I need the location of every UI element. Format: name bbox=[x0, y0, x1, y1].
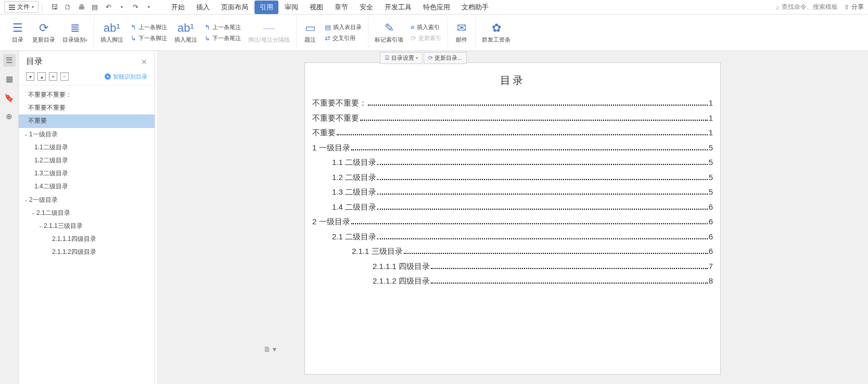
toc-entry-page: 5 bbox=[709, 140, 713, 156]
undo-icon[interactable]: ↶ bbox=[104, 3, 113, 12]
outline-item[interactable]: 2.1.1.1四级目录 bbox=[19, 233, 155, 246]
toc-entry[interactable]: 2.1.1.1 四级目录7 bbox=[310, 259, 715, 274]
tab-4[interactable]: 审阅 bbox=[279, 1, 303, 14]
mark-index-button[interactable]: ✎标记索引项 bbox=[372, 18, 406, 47]
expand-icon[interactable]: ▴ bbox=[37, 72, 46, 81]
tab-3[interactable]: 引用 bbox=[254, 1, 278, 14]
toc-entry[interactable]: 2 一级目录6 bbox=[310, 214, 715, 229]
outline-item[interactable]: 2.1.1.2四级目录 bbox=[19, 246, 155, 259]
tab-5[interactable]: 视图 bbox=[304, 1, 328, 14]
export-icon[interactable]: ▤ bbox=[90, 3, 99, 12]
toc-entry[interactable]: 不重要1 bbox=[310, 125, 715, 140]
search-box[interactable]: ⌕ 查找命令、搜索模板 bbox=[776, 3, 838, 11]
toc-entry[interactable]: 2.1 二级目录6 bbox=[310, 229, 715, 245]
outline-item-label: 1.1二级目录 bbox=[34, 143, 68, 152]
toc-level-button[interactable]: ≣目录级别▾ bbox=[59, 18, 91, 47]
outline-item[interactable]: ⌄1一级目录 bbox=[19, 128, 155, 141]
toc-entry[interactable]: 1.3 二级目录5 bbox=[310, 185, 715, 200]
close-icon[interactable]: ✕ bbox=[141, 58, 147, 66]
mail-button[interactable]: ✉邮件 bbox=[451, 18, 472, 47]
insert-index-icon: ≡ bbox=[411, 23, 415, 31]
payroll-button[interactable]: ✿群发工资条 bbox=[479, 18, 514, 47]
tab-8[interactable]: 开发工具 bbox=[379, 1, 417, 14]
outline-panel-button[interactable]: ☰ bbox=[3, 54, 16, 67]
print-preview-icon[interactable]: 🗋 bbox=[63, 3, 72, 12]
toc-leader-dots bbox=[377, 179, 708, 180]
zoom-panel-button[interactable]: ⊕ bbox=[3, 110, 16, 123]
page-panel-button[interactable]: ▦ bbox=[3, 73, 16, 85]
outline-item[interactable]: 1.2二级目录 bbox=[19, 154, 155, 167]
settings-icon: ☰ bbox=[385, 55, 390, 61]
outline-item-label: 1.3二级目录 bbox=[34, 169, 68, 178]
ribbon: ☰目录 ⟳更新目录 ≣目录级别▾ ab¹插入脚注 ↰上一条脚注 ↳下一条脚注 a… bbox=[0, 15, 868, 51]
redo-icon[interactable]: ↷ bbox=[131, 3, 140, 12]
toc-entry[interactable]: 1.4 二级目录6 bbox=[310, 200, 715, 215]
outline-item[interactable]: 不重要不重要 bbox=[19, 101, 155, 114]
tab-6[interactable]: 章节 bbox=[329, 1, 353, 14]
toc-entry[interactable]: 1 一级目录5 bbox=[310, 140, 715, 156]
tab-2[interactable]: 页面布局 bbox=[216, 1, 253, 14]
toc-settings-button[interactable]: ☰目录设置▾ bbox=[380, 52, 423, 64]
chevron-down-icon[interactable]: ⌄ bbox=[30, 209, 36, 216]
next-footnote-button[interactable]: ↳下一条脚注 bbox=[127, 33, 170, 43]
outline-item[interactable]: 1.1二级目录 bbox=[19, 141, 155, 154]
toc-button[interactable]: ☰目录 bbox=[7, 18, 28, 47]
toc-entry-page: 6 bbox=[709, 244, 713, 259]
outline-item[interactable]: ⌄2.1二级目录 bbox=[19, 207, 155, 220]
toc-entry[interactable]: 1.1 二级目录5 bbox=[310, 155, 715, 170]
toc-leader-dots bbox=[377, 238, 708, 239]
add-icon[interactable]: + bbox=[49, 72, 57, 81]
next-icon: ↳ bbox=[205, 34, 210, 42]
update-toc-button[interactable]: ⟳更新目录 bbox=[29, 18, 58, 47]
collapse-icon[interactable]: ▾ bbox=[26, 72, 34, 81]
toc-entry-page: 1 bbox=[709, 125, 713, 140]
toc-entry[interactable]: 不重要不重要1 bbox=[310, 111, 715, 126]
tab-1[interactable]: 插入 bbox=[191, 1, 215, 14]
smart-toc-button[interactable]: ✦ 智能识别目录 bbox=[105, 73, 147, 81]
outline-item[interactable]: 不重要 bbox=[19, 114, 155, 127]
toc-entry-page: 5 bbox=[709, 185, 713, 200]
redo-dropdown-icon[interactable]: ▾ bbox=[144, 3, 154, 12]
document-page[interactable]: 目录 不重要不重要：1不重要不重要1不重要11 一级目录51.1 二级目录51.… bbox=[304, 62, 721, 375]
prev-endnote-button[interactable]: ↰上一条尾注 bbox=[201, 22, 244, 32]
chevron-down-icon[interactable]: ⌄ bbox=[37, 222, 44, 229]
tab-0[interactable]: 开始 bbox=[166, 1, 190, 14]
insert-footnote-button[interactable]: ab¹插入脚注 bbox=[97, 18, 126, 47]
share-button[interactable]: ⇧ 分享 bbox=[844, 3, 864, 11]
cross-ref-button[interactable]: ⇄交叉引用 bbox=[322, 33, 365, 43]
insert-index-button[interactable]: ≡插入索引 bbox=[407, 22, 444, 32]
toc-leader-dots bbox=[351, 149, 708, 150]
tab-7[interactable]: 安全 bbox=[354, 1, 378, 14]
outline-item[interactable]: 1.4二级目录 bbox=[19, 180, 155, 193]
file-menu[interactable]: 文件 ▾ bbox=[4, 1, 39, 13]
next-endnote-button[interactable]: ↳下一条尾注 bbox=[201, 33, 244, 43]
prev-footnote-button[interactable]: ↰上一条脚注 bbox=[127, 22, 170, 32]
page-options-icon[interactable]: 🗎 ▾ bbox=[263, 345, 276, 353]
caption-button[interactable]: ▭题注 bbox=[300, 18, 321, 47]
outline-item-label: 不重要不重要 bbox=[28, 103, 66, 113]
save-icon[interactable]: 🖫 bbox=[49, 3, 59, 12]
remove-icon[interactable]: − bbox=[60, 72, 69, 81]
chevron-down-icon[interactable]: ⌄ bbox=[23, 196, 29, 203]
insert-endnote-button[interactable]: ab¹插入尾注 bbox=[171, 18, 200, 47]
outline-item[interactable]: 不重要不重要： bbox=[19, 88, 155, 101]
toc-entry[interactable]: 1.2 二级目录5 bbox=[310, 170, 715, 185]
toc-entry-text: 不重要不重要 bbox=[312, 111, 359, 126]
toc-entry[interactable]: 2.1.1 三级目录6 bbox=[310, 244, 715, 259]
update-toc-float-button[interactable]: ⟳更新目录... bbox=[424, 52, 467, 64]
prev-icon: ↰ bbox=[131, 23, 136, 31]
bookmark-panel-button[interactable]: 🔖 bbox=[3, 92, 16, 104]
outline-item[interactable]: ⌄2.1.1三级目录 bbox=[19, 220, 155, 233]
insert-figure-toc-button[interactable]: ▤插入表目录 bbox=[322, 22, 365, 32]
chevron-down-icon[interactable]: ⌄ bbox=[23, 131, 29, 138]
outline-item[interactable]: ⌄2一级目录 bbox=[19, 194, 155, 207]
tab-9[interactable]: 特色应用 bbox=[418, 1, 455, 14]
toc-leader-dots bbox=[377, 164, 708, 165]
undo-dropdown-icon[interactable]: ▾ bbox=[117, 3, 126, 12]
tab-10[interactable]: 文档助手 bbox=[456, 1, 494, 14]
outline-item[interactable]: 1.3二级目录 bbox=[19, 167, 155, 180]
toc-entry[interactable]: 2.1.1.2 四级目录8 bbox=[310, 274, 715, 289]
toc-entry[interactable]: 不重要不重要：1 bbox=[310, 96, 715, 111]
print-icon[interactable]: 🖶 bbox=[76, 3, 86, 12]
prev-icon: ↰ bbox=[205, 23, 210, 31]
